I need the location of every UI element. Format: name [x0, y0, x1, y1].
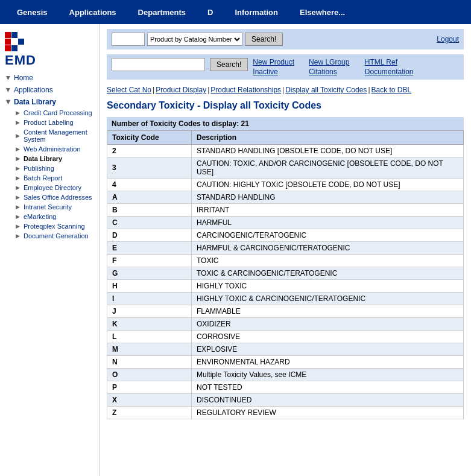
catalog-search-input[interactable] [112, 33, 145, 46]
toxicity-code-cell: B [107, 204, 192, 217]
sidebar-sub-items: ▶ Credit Card Processing ▶ Product Label… [0, 108, 99, 241]
arrow-pub: ▶ [16, 165, 20, 171]
sidebar-wa-label: Web Administration [24, 145, 81, 153]
arrow-applications: ▶ [5, 88, 11, 92]
table-row: MEXPLOSIVE [107, 343, 464, 356]
logout-link[interactable]: Logout [437, 35, 459, 43]
table-row: OMultiple Toxicity Values, see ICME [107, 369, 464, 381]
arrow-br: ▶ [16, 175, 20, 181]
link-html-ref[interactable]: HTML Ref [365, 58, 414, 66]
link-new-product[interactable]: New Product [253, 58, 302, 66]
sidebar-dg-label: Document Generation [24, 232, 89, 240]
toxicity-code-cell: 3 [107, 157, 192, 179]
toxicity-code-cell: N [107, 356, 192, 369]
sidebar-item-applications[interactable]: ▶ Applications [0, 84, 99, 96]
sq8 [11, 45, 17, 51]
nav-d[interactable]: D [197, 8, 224, 17]
sidebar-cms-label: Content Management System [24, 129, 96, 143]
nav-elsewhere[interactable]: Elsewhere... [289, 8, 356, 17]
link-new-lgroup[interactable]: New LGroup [309, 58, 358, 66]
toxicity-description-cell: HIGHLY TOXIC & CARCINOGENIC/TERATOGENIC [192, 293, 464, 305]
toxicity-code-cell: I [107, 293, 192, 305]
sidebar-br-label: Batch Report [24, 174, 62, 182]
toxicity-code-cell: H [107, 280, 192, 293]
table-row: KOXIDIZER [107, 318, 464, 331]
sidebar-item-credit-card[interactable]: ▶ Credit Card Processing [13, 108, 99, 118]
table-row: ASTANDARD HANDLING [107, 191, 464, 204]
search-secondary-bar: Search! New Product New LGroup HTML Ref … [107, 54, 464, 80]
breadcrumb-display-toxicity[interactable]: Display all Toxicity Codes [285, 86, 367, 94]
sidebar-item-data-library-parent[interactable]: ▶ Data Library [0, 96, 99, 108]
toxicity-description-cell: REGULATORY REVIEW [192, 407, 464, 419]
sidebar-item-emarketing[interactable]: ▶ eMarketing [13, 212, 99, 221]
sidebar-item-batch-report[interactable]: ▶ Batch Report [13, 173, 99, 183]
toxicity-description-cell: HARMFUL [192, 217, 464, 229]
table-row: FTOXIC [107, 255, 464, 267]
sq4 [5, 39, 11, 45]
toxicity-code-cell: 4 [107, 179, 192, 191]
nav-applications[interactable]: Applications [58, 8, 127, 17]
link-inactive[interactable]: Inactive [253, 68, 302, 76]
secondary-search-input[interactable] [112, 58, 205, 71]
sidebar-item-employee-dir[interactable]: ▶ Employee Directory [13, 183, 99, 192]
arrow-cc: ▶ [16, 110, 20, 116]
sidebar-item-web-admin[interactable]: ▶ Web Administration [13, 144, 99, 154]
sq2 [11, 32, 17, 38]
sidebar-item-sales-office[interactable]: ▶ Sales Office Addresses [13, 192, 99, 202]
link-documentation[interactable]: Documentation [365, 68, 414, 76]
toxicity-description-cell: CORROSIVE [192, 331, 464, 343]
arrow-cms: ▶ [16, 133, 20, 139]
sidebar-pub-label: Publishing [24, 165, 54, 172]
search-dropdown[interactable]: Product by Catalog NumberProduct by Name… [147, 33, 242, 46]
arrow-wa: ▶ [16, 146, 20, 152]
toxicity-code-cell: X [107, 394, 192, 407]
table-row: 2STANDARD HANDLING [OBSOLETE CODE, DO NO… [107, 145, 464, 157]
table-row: 4CAUTION: HIGHLY TOXIC [OBSOLETE CODE, D… [107, 179, 464, 191]
sidebar-item-proteqplex[interactable]: ▶ Proteqplex Scanning [13, 221, 99, 231]
sidebar-home-label: Home [14, 74, 33, 82]
table-row: CHARMFUL [107, 217, 464, 229]
table-row: IHIGHLY TOXIC & CARCINOGENIC/TERATOGENIC [107, 293, 464, 305]
toxicity-description-cell: TOXIC [192, 255, 464, 267]
toxicity-code-cell: K [107, 318, 192, 331]
search-top-inner: Product by Catalog NumberProduct by Name… [112, 33, 283, 46]
breadcrumb-product-relationships[interactable]: Product Relationships [210, 86, 281, 94]
nav-information[interactable]: Information [224, 8, 289, 17]
toxicity-description-cell: STANDARD HANDLING [192, 191, 464, 204]
arrow-dg: ▶ [16, 233, 20, 239]
toxicity-description-cell: DISCONTINUED [192, 394, 464, 407]
arrow-home: ▶ [5, 76, 11, 80]
logo-text: EMD [5, 54, 36, 67]
sidebar-item-product-labeling[interactable]: ▶ Product Labeling [13, 118, 99, 127]
sidebar-item-cms[interactable]: ▶ Content Management System [13, 127, 99, 144]
sq3 [18, 32, 24, 38]
sidebar-pl-label: Product Labeling [24, 119, 74, 126]
toxicity-description-cell: STANDARD HANDLING [OBSOLETE CODE, DO NOT… [192, 145, 464, 157]
table-row: BIRRITANT [107, 204, 464, 217]
toxicity-table: Toxicity Code Description 2STANDARD HAND… [107, 130, 464, 419]
search-links: New Product New LGroup HTML Ref Inactive… [253, 58, 413, 76]
main-content: Product by Catalog NumberProduct by Name… [100, 24, 471, 476]
breadcrumb-back-dbl[interactable]: Back to DBL [371, 86, 412, 94]
sidebar-so-label: Sales Office Addresses [24, 194, 92, 201]
table-row: XDISCONTINUED [107, 394, 464, 407]
search-secondary-button[interactable]: Search! [210, 58, 248, 71]
table-row: 3CAUTION: TOXIC, AND/OR CARCINOGENIC [OB… [107, 157, 464, 179]
sidebar-item-intranet-security[interactable]: ▶ Intranet Security [13, 202, 99, 212]
toxicity-code-cell: 2 [107, 145, 192, 157]
sidebar-item-doc-gen[interactable]: ▶ Document Generation [13, 231, 99, 241]
nav-departments[interactable]: Departments [127, 8, 197, 17]
breadcrumb-select-cat[interactable]: Select Cat No [107, 86, 151, 94]
link-citations[interactable]: Citations [309, 68, 358, 76]
sidebar-item-home[interactable]: ▶ Home [0, 72, 99, 84]
logo-squares [5, 32, 24, 51]
nav-genesis[interactable]: Genesis [6, 8, 58, 17]
toxicity-description-cell: CAUTION: HIGHLY TOXIC [OBSOLETE CODE, DO… [192, 179, 464, 191]
sidebar-item-publishing[interactable]: ▶ Publishing [13, 163, 99, 173]
sidebar-item-data-library[interactable]: ▶ Data Library [13, 154, 99, 163]
col-header-code: Toxicity Code [107, 131, 192, 145]
search-top-bar: Product by Catalog NumberProduct by Name… [107, 29, 464, 49]
search-top-button[interactable]: Search! [245, 33, 283, 46]
toxicity-description-cell: CARCINOGENIC/TERATOGENIC [192, 229, 464, 242]
breadcrumb-product-display[interactable]: Product Display [156, 86, 206, 94]
